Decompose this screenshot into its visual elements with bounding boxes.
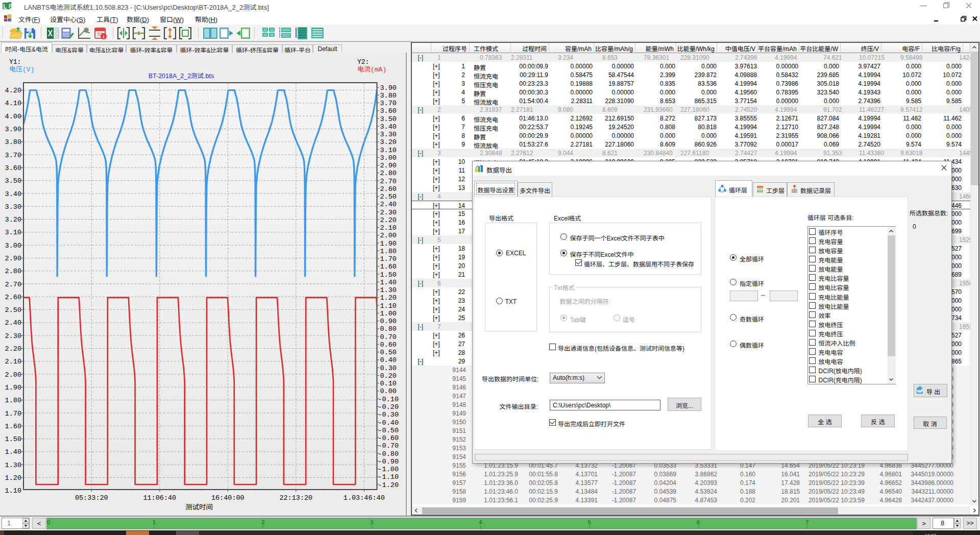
svg-text:2: 2 [261, 519, 264, 525]
svg-text:3: 3 [370, 519, 373, 525]
svg-text:5: 5 [588, 519, 591, 525]
svg-text:7: 7 [805, 519, 808, 525]
svg-text:4: 4 [479, 519, 482, 525]
svg-text:6: 6 [697, 519, 700, 525]
svg-text:0: 0 [47, 519, 50, 525]
svg-text:1: 1 [153, 519, 156, 525]
